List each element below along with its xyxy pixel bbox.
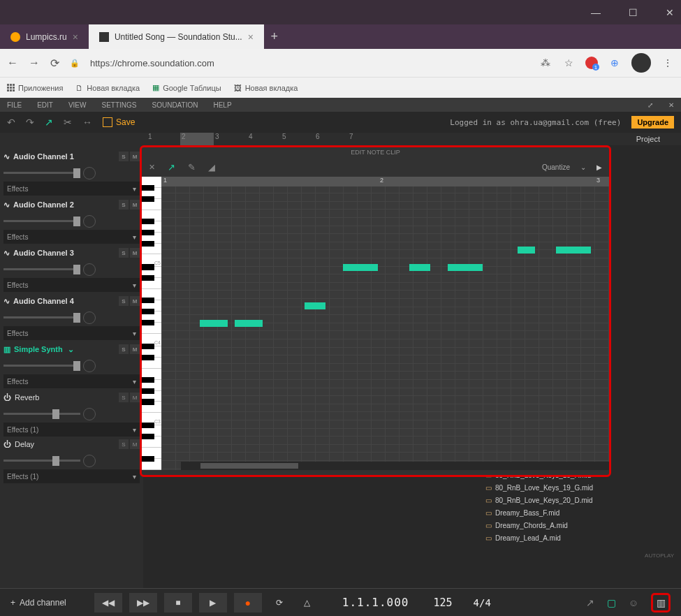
- redo-button[interactable]: ↷: [26, 117, 34, 128]
- extension-icon[interactable]: [585, 57, 598, 69]
- midi-note[interactable]: [556, 247, 591, 254]
- close-icon[interactable]: ×: [73, 31, 78, 43]
- synth-channel[interactable]: ▥Simple Synth⌄SM Effects▾: [3, 342, 140, 388]
- apps-button[interactable]: Приложения: [7, 84, 63, 92]
- pan-knob[interactable]: [83, 215, 96, 228]
- effects-dropdown[interactable]: Effects▾: [3, 182, 140, 196]
- loop-button[interactable]: ⟳: [269, 593, 290, 613]
- volume-slider[interactable]: [3, 164, 140, 182]
- profile-avatar[interactable]: [631, 53, 651, 73]
- solo-button[interactable]: S: [119, 248, 129, 258]
- effects-dropdown[interactable]: Effects (1)▾: [3, 469, 140, 483]
- pan-knob[interactable]: [83, 360, 96, 372]
- file-item[interactable]: ▭Dreamy_Bass_F.mid: [485, 506, 639, 519]
- solo-button[interactable]: S: [119, 439, 129, 449]
- power-icon[interactable]: ⏻: [3, 440, 11, 448]
- browser-tab-active[interactable]: Untitled Song — Soundation Stu... ×: [89, 24, 264, 49]
- quantize-dropdown[interactable]: Quantize: [542, 163, 570, 171]
- midi-note[interactable]: [518, 247, 535, 254]
- mute-button[interactable]: M: [130, 393, 140, 402]
- midi-note[interactable]: [200, 320, 228, 327]
- fx-knob[interactable]: [83, 455, 96, 467]
- file-item[interactable]: ▭80_RnB_Love_Keys_20_D.mid: [485, 494, 639, 506]
- upgrade-button[interactable]: Upgrade: [631, 116, 674, 129]
- browser-tab[interactable]: Lumpics.ru ×: [0, 24, 89, 49]
- audio-channel[interactable]: ∿Audio Channel 4SM Effects▾: [3, 293, 140, 340]
- file-item[interactable]: ▭Dreamy_Chords_A.mid: [485, 519, 639, 531]
- time-display[interactable]: 1.1.1.000: [342, 596, 409, 609]
- globe-icon[interactable]: ⊕: [608, 57, 621, 69]
- solo-button[interactable]: S: [119, 393, 129, 402]
- fx-knob[interactable]: [83, 408, 96, 420]
- pan-knob[interactable]: [83, 311, 96, 324]
- folder-icon[interactable]: ▢: [607, 597, 616, 608]
- pointer-tool[interactable]: ↗: [168, 162, 175, 173]
- minimize-button[interactable]: —: [591, 7, 601, 18]
- menu-edit[interactable]: EDIT: [37, 101, 53, 109]
- undo-button[interactable]: ↶: [7, 117, 15, 128]
- file-item[interactable]: ▭Dreamy_Lead_A.mid: [485, 531, 639, 544]
- cut-tool[interactable]: ✂: [64, 117, 72, 128]
- midi-note[interactable]: [343, 264, 378, 271]
- fx-slider[interactable]: [3, 452, 140, 469]
- bpm-display[interactable]: 125: [433, 596, 452, 609]
- mute-button[interactable]: M: [130, 200, 140, 210]
- rewind-button[interactable]: ◀◀: [94, 593, 122, 613]
- time-signature[interactable]: 4/4: [474, 597, 491, 608]
- smile-icon[interactable]: ☺: [629, 597, 638, 608]
- note-grid[interactable]: 123: [161, 177, 609, 470]
- midi-note[interactable]: [305, 302, 325, 309]
- audio-channel[interactable]: ∿Audio Channel 2SM Effects▾: [3, 197, 140, 244]
- menu-soundation[interactable]: SOUNDATION: [152, 101, 198, 109]
- save-button[interactable]: Save: [103, 117, 135, 127]
- audio-channel[interactable]: ∿Audio Channel 1SM Effects▾: [3, 149, 140, 196]
- play-button[interactable]: ▶: [199, 593, 227, 613]
- add-channel-button[interactable]: +Add channel: [10, 598, 66, 608]
- menu-help[interactable]: HELP: [213, 101, 231, 109]
- new-tab-button[interactable]: +: [264, 29, 285, 44]
- volume-slider[interactable]: [3, 309, 140, 326]
- effects-dropdown[interactable]: Effects▾: [3, 278, 140, 292]
- piano-keys[interactable]: C5 C4 C3: [142, 177, 161, 470]
- forward-button[interactable]: →: [29, 57, 40, 69]
- close-icon[interactable]: ×: [248, 31, 254, 43]
- volume-slider[interactable]: [3, 261, 140, 278]
- share-icon[interactable]: ↗: [586, 597, 594, 608]
- reload-button[interactable]: ⟳: [50, 57, 59, 70]
- delay-effect[interactable]: ⏻DelaySM: [3, 437, 140, 452]
- power-icon[interactable]: ⏻: [3, 393, 11, 402]
- close-icon[interactable]: ✕: [149, 163, 155, 172]
- dropdown-icon[interactable]: ⌄: [580, 163, 586, 171]
- reverb-effect[interactable]: ⏻ReverbSM: [3, 390, 140, 405]
- pan-knob[interactable]: [83, 167, 96, 179]
- volume-slider[interactable]: [3, 212, 140, 230]
- solo-button[interactable]: S: [119, 296, 129, 306]
- stop-button[interactable]: ■: [164, 593, 192, 613]
- expand-icon[interactable]: ⤢: [647, 101, 653, 109]
- metronome-button[interactable]: △: [297, 593, 318, 613]
- fx-slider[interactable]: [3, 405, 140, 423]
- menu-icon[interactable]: ⋮: [661, 57, 674, 69]
- bookmark-item[interactable]: 🗋Новая вкладка: [75, 84, 140, 92]
- stretch-tool[interactable]: ↔: [82, 117, 92, 128]
- solo-button[interactable]: S: [119, 152, 129, 161]
- mute-button[interactable]: M: [130, 248, 140, 258]
- play-button[interactable]: ▶: [596, 163, 602, 171]
- timeline-ruler[interactable]: 1 2 3 4 5 6 7 Project: [0, 133, 681, 145]
- record-button[interactable]: ●: [234, 593, 262, 613]
- bookmark-item[interactable]: ▦Google Таблицы: [152, 83, 221, 92]
- bookmark-item[interactable]: 🖼Новая вкладка: [234, 84, 298, 92]
- back-button[interactable]: ←: [7, 57, 18, 69]
- menu-view[interactable]: VIEW: [68, 101, 87, 109]
- midi-note[interactable]: [409, 264, 430, 271]
- effects-dropdown[interactable]: Effects (1)▾: [3, 423, 140, 437]
- mute-button[interactable]: M: [130, 439, 140, 449]
- effects-dropdown[interactable]: Effects▾: [3, 326, 140, 340]
- menu-file[interactable]: FILE: [7, 101, 22, 109]
- audio-channel[interactable]: ∿Audio Channel 3SM Effects▾: [3, 245, 140, 292]
- velocity-tool[interactable]: ◢: [208, 162, 215, 173]
- close-icon[interactable]: ✕: [668, 101, 674, 109]
- effects-dropdown[interactable]: Effects▾: [3, 230, 140, 244]
- piano-roll-button[interactable]: ▥: [651, 593, 671, 613]
- file-item[interactable]: ▭80_RnB_Love_Keys_19_G.mid: [485, 481, 639, 494]
